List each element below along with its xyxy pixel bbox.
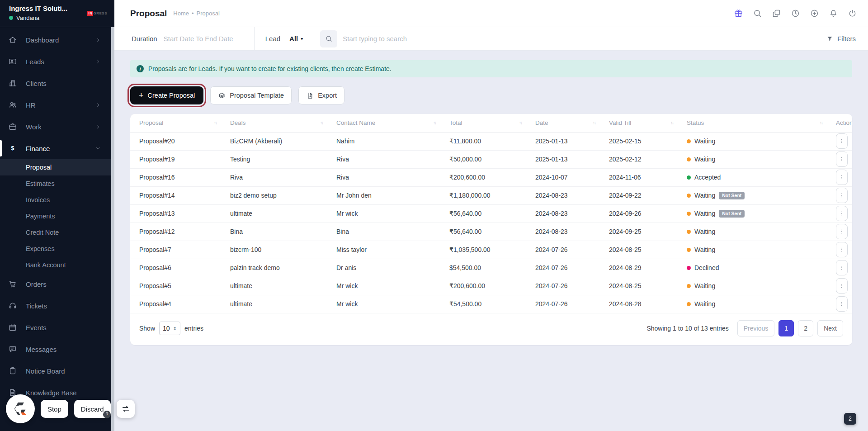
- proposal-link[interactable]: Proposal#7: [139, 246, 171, 253]
- sidebar-item-events[interactable]: Events: [0, 317, 114, 338]
- row-actions-button[interactable]: [836, 133, 848, 149]
- sidebar-subitem-bank-account[interactable]: Bank Account: [0, 257, 114, 273]
- sidebar-subitem-label: Credit Note: [26, 229, 59, 236]
- page-button-1[interactable]: 1: [778, 320, 794, 336]
- sidebar-subitem-proposal[interactable]: Proposal: [0, 159, 114, 175]
- column-header-total[interactable]: Total↑↓: [442, 114, 528, 132]
- proposal-link[interactable]: Proposal#16: [139, 174, 175, 181]
- sidebar-scrollbar[interactable]: [111, 27, 114, 431]
- sidebar-item-orders[interactable]: Orders: [0, 273, 114, 295]
- total-cell: ₹11,800.00: [442, 132, 528, 150]
- search-input[interactable]: [343, 35, 456, 43]
- sidebar-item-notice-board[interactable]: Notice Board: [0, 360, 114, 382]
- status-dot: [687, 139, 691, 143]
- status-badge: WaitingNot Sent: [687, 192, 822, 199]
- proposal-link[interactable]: Proposal#19: [139, 156, 175, 163]
- plus-circle-icon[interactable]: [810, 9, 819, 18]
- column-header-deals[interactable]: Deals↑↓: [223, 114, 329, 132]
- sidebar-item-leads[interactable]: Leads: [0, 51, 114, 72]
- kebab-menu-icon: [839, 228, 845, 235]
- gift-icon[interactable]: [734, 9, 743, 18]
- clock-icon[interactable]: [791, 9, 800, 18]
- column-header-contact-name[interactable]: Contact Name↑↓: [329, 114, 442, 132]
- contact-name-cell: Riva: [329, 168, 442, 186]
- column-header-date[interactable]: Date↑↓: [528, 114, 602, 132]
- power-icon[interactable]: [848, 9, 857, 18]
- stop-button[interactable]: Stop: [41, 400, 68, 418]
- deal-cell: biz2 demo setup: [223, 186, 329, 204]
- page-size-select[interactable]: 10 ⇕: [159, 322, 180, 335]
- sidebar-subitem-payments[interactable]: Payments: [0, 208, 114, 224]
- topbar: Proposal Home • Proposal: [114, 0, 868, 27]
- proposal-link[interactable]: Proposal#12: [139, 228, 175, 235]
- row-actions-button[interactable]: [836, 242, 848, 257]
- corner-count-badge[interactable]: 2: [844, 413, 856, 425]
- sidebar-item-work[interactable]: Work: [0, 116, 114, 137]
- bizcrm-logo[interactable]: [6, 394, 35, 423]
- chevron-right-icon: [95, 37, 101, 43]
- sort-icon[interactable]: ↑↓: [320, 120, 323, 125]
- column-header-status[interactable]: Status↑↓: [679, 114, 829, 132]
- chat-icon: [8, 345, 17, 354]
- sort-icon[interactable]: ↑↓: [214, 120, 217, 125]
- search-icon[interactable]: [753, 9, 762, 18]
- next-page-button[interactable]: Next: [817, 320, 843, 336]
- lead-dropdown[interactable]: All ▾: [289, 35, 303, 43]
- copy-icon[interactable]: [772, 9, 781, 18]
- swap-button[interactable]: [117, 400, 135, 418]
- sidebar-item-hr[interactable]: HR: [0, 94, 114, 116]
- breadcrumb-home[interactable]: Home: [173, 10, 189, 17]
- column-header-valid-till[interactable]: Valid Till↑↓: [602, 114, 679, 132]
- filter-bar: Duration Lead All ▾ Filters: [114, 27, 868, 51]
- clipboard-icon: [8, 366, 17, 375]
- sort-icon[interactable]: ↑↓: [820, 120, 822, 125]
- proposal-link[interactable]: Proposal#14: [139, 192, 175, 199]
- deal-cell: BizCRM (Akberali): [223, 132, 329, 150]
- breadcrumb-current: Proposal: [197, 10, 220, 17]
- column-header-proposal[interactable]: Proposal↑↓: [130, 114, 223, 132]
- row-actions-button[interactable]: [836, 188, 848, 203]
- date-cell: 2024-10-07: [528, 168, 602, 186]
- row-actions-button[interactable]: [836, 278, 848, 294]
- sidebar-subitem-invoices[interactable]: Invoices: [0, 192, 114, 208]
- proposal-link[interactable]: Proposal#20: [139, 137, 175, 145]
- proposal-link[interactable]: Proposal#13: [139, 210, 175, 217]
- sidebar-subitem-estimates[interactable]: Estimates: [0, 175, 114, 192]
- sort-icon[interactable]: ↑↓: [519, 120, 522, 125]
- sidebar-subitem-label: Proposal: [26, 164, 52, 171]
- contact-name-cell: Mr wick: [329, 204, 442, 223]
- proposal-link[interactable]: Proposal#4: [139, 300, 171, 308]
- sidebar-subitem-expenses[interactable]: Expenses: [0, 241, 114, 257]
- sidebar-item-dashboard[interactable]: Dashboard: [0, 29, 114, 51]
- proposal-link[interactable]: Proposal#5: [139, 282, 171, 289]
- sidebar-subitem-credit-note[interactable]: Credit Note: [0, 224, 114, 241]
- page-button-2[interactable]: 2: [798, 320, 813, 336]
- help-badge[interactable]: ?: [103, 411, 111, 418]
- sort-icon[interactable]: ↑↓: [593, 120, 595, 125]
- duration-range-input[interactable]: [164, 35, 254, 43]
- sidebar-item-messages[interactable]: Messages: [0, 338, 114, 360]
- sort-icon[interactable]: ↑↓: [433, 120, 436, 125]
- row-actions-button[interactable]: [836, 152, 848, 167]
- previous-page-button[interactable]: Previous: [737, 320, 774, 336]
- sort-icon[interactable]: ↑↓: [670, 120, 673, 125]
- row-actions-button[interactable]: [836, 206, 848, 221]
- create-proposal-button[interactable]: + Create Proposal: [130, 86, 203, 104]
- row-actions-button[interactable]: [836, 170, 848, 185]
- filters-button[interactable]: Filters: [814, 27, 868, 50]
- row-actions-button[interactable]: [836, 260, 848, 275]
- sidebar-item-clients[interactable]: Clients: [0, 72, 114, 94]
- bell-icon[interactable]: [829, 9, 838, 18]
- company-logo: IN GRESS: [87, 11, 107, 16]
- showing-entries-text: Showing 1 to 10 of 13 entries: [646, 325, 728, 332]
- sidebar-item-tickets[interactable]: Tickets: [0, 295, 114, 317]
- row-actions-button[interactable]: [836, 296, 848, 312]
- table-footer: Show 10 ⇕ entries Showing 1 to 10 of 13 …: [130, 313, 852, 345]
- export-button[interactable]: Export: [298, 86, 344, 104]
- sidebar-item-finance[interactable]: $Finance: [0, 137, 114, 159]
- proposal-link[interactable]: Proposal#6: [139, 264, 171, 271]
- row-actions-button[interactable]: [836, 224, 848, 239]
- proposal-template-button[interactable]: Proposal Template: [210, 86, 292, 104]
- sidebar-item-label: Dashboard: [26, 36, 95, 44]
- deal-cell: Testing: [223, 150, 329, 168]
